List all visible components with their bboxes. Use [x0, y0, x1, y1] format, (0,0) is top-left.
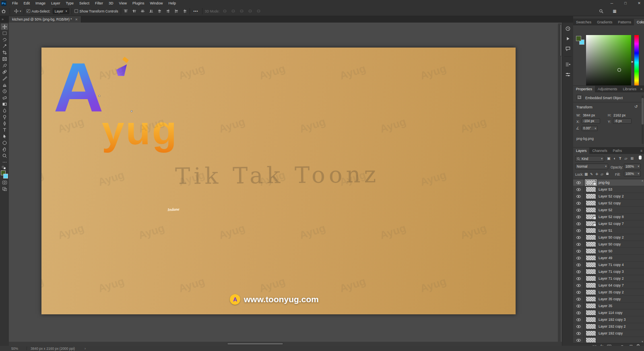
align-right-icon[interactable]	[140, 9, 145, 13]
history-panel-icon[interactable]	[564, 25, 572, 32]
layer-thumbnail[interactable]	[586, 296, 596, 302]
color-tab-gradients[interactable]: Gradients	[594, 19, 615, 25]
layer-thumbnail[interactable]: ▪	[586, 180, 596, 185]
filter-adjustment-layers-icon[interactable]: ◐	[614, 156, 616, 160]
crop-tool[interactable]	[1, 49, 8, 56]
color-cursor[interactable]	[617, 68, 621, 72]
eye-visibility-icon[interactable]	[576, 195, 581, 198]
layer-row[interactable]: ▪png-bg	[573, 179, 644, 186]
eye-visibility-icon[interactable]	[576, 243, 581, 246]
menu-type[interactable]: Type	[64, 0, 76, 6]
path-selection-tool[interactable]	[1, 133, 8, 139]
layer-row[interactable]: Layer 71 copy 3	[573, 268, 644, 275]
eye-visibility-icon[interactable]	[576, 318, 581, 321]
home-icon[interactable]	[0, 8, 7, 15]
menu-select[interactable]: Select	[77, 0, 92, 6]
layers-tab-paths[interactable]: Paths	[610, 147, 625, 154]
properties-tab-properties[interactable]: Properties	[573, 86, 595, 92]
eye-visibility-icon[interactable]	[576, 339, 581, 342]
eye-visibility-icon[interactable]	[576, 332, 581, 335]
lock-pixels-icon[interactable]: ✎	[590, 172, 593, 176]
menu-plugins[interactable]: Plugins	[130, 0, 147, 6]
layer-thumbnail[interactable]	[586, 317, 596, 322]
menu-image[interactable]: Image	[33, 0, 48, 6]
properties-scrollbar[interactable]	[642, 96, 644, 144]
layer-thumbnail[interactable]	[586, 200, 596, 206]
layers-tab-channels[interactable]: Channels	[589, 147, 610, 154]
layer-filter-icons[interactable]: ▣ ◐ T ▱ ⊞	[607, 156, 634, 160]
layers-tab-layers[interactable]: Layers	[573, 147, 589, 154]
y-input[interactable]: -6 px	[613, 118, 632, 124]
layer-thumbnail[interactable]	[586, 269, 596, 274]
eye-visibility-icon[interactable]	[576, 312, 581, 314]
distribute-v-icon[interactable]	[183, 9, 187, 13]
workspace-switcher-icon[interactable]: ▦	[611, 8, 618, 15]
menu-edit[interactable]: Edit	[21, 0, 33, 6]
opacity-input[interactable]: 100% ▾	[624, 164, 641, 169]
eye-visibility-icon[interactable]	[576, 188, 581, 191]
brushes-panel-icon[interactable]	[564, 61, 572, 68]
layer-thumbnail[interactable]	[586, 187, 596, 192]
eye-visibility-icon[interactable]	[576, 277, 581, 280]
eye-visibility-icon[interactable]	[576, 229, 581, 232]
layer-thumbnail[interactable]	[586, 276, 596, 281]
lock-position-icon[interactable]: ✛	[595, 172, 598, 176]
align-center-h-icon[interactable]	[132, 9, 136, 13]
layer-row[interactable]: Layer 50 copy 2	[573, 234, 644, 241]
filter-shape-layers-icon[interactable]: ▱	[624, 156, 627, 160]
lock-all-icon[interactable]	[606, 172, 609, 176]
lasso-tool[interactable]	[1, 36, 8, 43]
layer-thumbnail[interactable]	[586, 235, 596, 240]
actions-panel-icon[interactable]	[564, 35, 572, 42]
layer-row[interactable]: Layer 192 copy 3	[573, 316, 644, 323]
menu-3d[interactable]: 3D	[106, 0, 116, 6]
hue-bar[interactable]	[634, 35, 639, 90]
hand-tool[interactable]	[1, 146, 8, 152]
comments-panel-icon[interactable]	[564, 45, 572, 52]
filter-type-layers-icon[interactable]: T	[619, 156, 621, 160]
default-colors-icon[interactable]	[2, 166, 7, 170]
layer-thumbnail[interactable]	[586, 324, 596, 329]
layer-filter-dropdown[interactable]: Kind ▾	[575, 156, 604, 162]
menu-view[interactable]: View	[117, 0, 129, 6]
properties-tab-adjustments[interactable]: Adjustments	[595, 86, 620, 92]
marquee-tool[interactable]	[1, 30, 8, 36]
layer-row[interactable]: Layer 71 copy 4	[573, 262, 644, 268]
eye-visibility-icon[interactable]	[576, 257, 581, 260]
eye-visibility-icon[interactable]	[576, 202, 581, 205]
layer-row[interactable]: Layer 71 copy 2	[573, 275, 644, 282]
layer-thumbnail[interactable]	[586, 337, 596, 343]
layer-thumbnail[interactable]	[586, 289, 596, 295]
layer-thumbnail[interactable]	[586, 255, 596, 261]
more-options-icon[interactable]: •••	[192, 8, 200, 15]
maximize-button[interactable]: □	[623, 1, 628, 5]
reset-transform-icon[interactable]: ↺	[634, 104, 638, 109]
layer-row[interactable]	[573, 337, 644, 343]
close-tab-icon[interactable]: ✕	[75, 18, 78, 21]
color-field[interactable]	[586, 35, 631, 90]
layer-row[interactable]: Layer 192 copy	[573, 330, 644, 337]
eye-visibility-icon[interactable]	[576, 305, 581, 307]
tab-overflow-icon[interactable]: »	[2, 17, 4, 21]
x-input[interactable]: -104 px	[582, 118, 600, 124]
dodge-tool[interactable]	[1, 114, 8, 120]
filter-pixel-layers-icon[interactable]: ▣	[607, 156, 611, 160]
menu-layer[interactable]: Layer	[49, 0, 63, 6]
clone-stamp-tool[interactable]	[1, 81, 8, 88]
distribute-bottom-icon[interactable]	[174, 9, 179, 13]
color-tab-swatches[interactable]: Swatches	[573, 19, 594, 25]
blur-tool[interactable]	[1, 107, 8, 114]
lock-artboard-icon[interactable]: ▱	[601, 172, 603, 176]
layer-row[interactable]: Layer 35 copy	[573, 296, 644, 303]
zoom-level[interactable]: 50%	[11, 347, 18, 351]
layer-row[interactable]: Layer 53	[573, 186, 644, 193]
layers-scrollbar[interactable]: ▲ ▼	[641, 179, 644, 343]
panel-menu-icon[interactable]: ≡	[640, 149, 642, 153]
menu-filter[interactable]: Filter	[93, 0, 105, 6]
auto-select-dropdown[interactable]: Layer ▾	[53, 8, 69, 14]
layer-thumbnail[interactable]	[586, 262, 596, 268]
frame-tool[interactable]	[1, 56, 8, 62]
tool-settings-panel-icon[interactable]	[564, 71, 572, 78]
zoom-tool[interactable]	[1, 152, 8, 159]
shape-tool[interactable]	[1, 139, 8, 146]
